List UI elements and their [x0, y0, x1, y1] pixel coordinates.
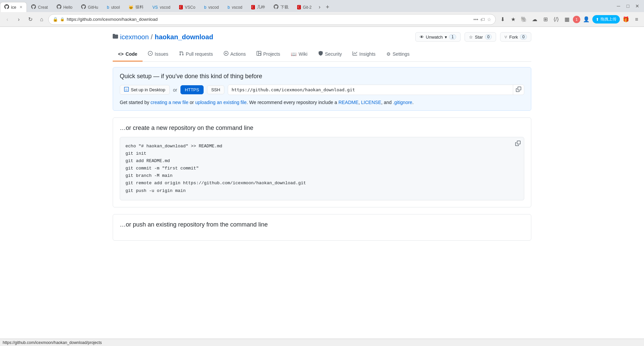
- repo-type-icon: [113, 34, 118, 40]
- uploading-file-link[interactable]: uploading an existing file: [195, 100, 247, 105]
- nav-wiki[interactable]: 📖 Wiki: [285, 47, 313, 61]
- tab-overflow-btn[interactable]: ›: [316, 2, 323, 12]
- special-action-btn[interactable]: ⬆ 拖拽上传: [592, 15, 620, 23]
- close-btn[interactable]: ✕: [633, 2, 641, 10]
- https-btn[interactable]: HTTPS: [180, 85, 204, 94]
- home-btn[interactable]: ⌂: [37, 15, 46, 24]
- nav-insights[interactable]: Insights: [347, 47, 381, 61]
- tab4-favicon: [81, 4, 86, 10]
- tab3-label: Hello: [63, 5, 72, 10]
- nav-actions-label: Actions: [230, 51, 246, 57]
- copy-url-btn[interactable]: [513, 85, 524, 95]
- creating-new-file-link[interactable]: creating a new file: [151, 100, 189, 105]
- repo-actions: 👁 Unwatch ▾ 1 ☆ Star 0 ⑂ Fork 0: [415, 32, 531, 42]
- url-display[interactable]: https://github.com/icexmoon/haokan_downl…: [67, 17, 471, 22]
- security-icon: 🔒: [53, 17, 58, 22]
- nav-actions[interactable]: Actions: [218, 47, 251, 61]
- wiki-nav-icon: 📖: [291, 51, 297, 57]
- extensions-btn[interactable]: ★: [508, 15, 518, 24]
- star-btn[interactable]: ☆ Star 0: [465, 32, 496, 42]
- tab-2[interactable]: Creat: [27, 2, 52, 12]
- nav-issues[interactable]: Issues: [143, 47, 173, 61]
- repo-header: icexmoon / haokan_download 👁 Unwatch ▾ 1…: [113, 27, 531, 47]
- tab-close-icon[interactable]: ✕: [19, 5, 22, 9]
- extra-btn2[interactable]: ▦: [562, 15, 572, 24]
- forward-btn[interactable]: ›: [14, 15, 23, 24]
- unwatch-btn[interactable]: 👁 Unwatch ▾ 1: [415, 32, 461, 42]
- unwatch-count: 1: [449, 34, 456, 40]
- menu-btn[interactable]: ≡: [632, 15, 641, 24]
- star-icon-btn: ☆: [469, 35, 473, 40]
- tab-8[interactable]: C VSCo: [175, 2, 200, 12]
- tab-5[interactable]: b utool: [103, 2, 124, 12]
- download-btn[interactable]: ⬇: [498, 15, 507, 24]
- desc-suffix: . We recommend every repository include …: [247, 100, 338, 105]
- fork-count: 0: [520, 34, 527, 40]
- nav-settings[interactable]: ⚙ Settings: [381, 47, 415, 61]
- nav-issues-label: Issues: [155, 51, 168, 57]
- security-nav-icon: [318, 51, 323, 57]
- tab9-favicon: b: [204, 5, 206, 10]
- minimize-btn[interactable]: ─: [614, 2, 623, 10]
- tab-3[interactable]: Hello: [52, 2, 77, 12]
- repo-name-link[interactable]: haokan_download: [155, 33, 213, 41]
- tab-11[interactable]: C 几种: [247, 2, 269, 12]
- tab13-favicon: C: [297, 5, 301, 9]
- repo-owner-link[interactable]: icexmoon: [120, 33, 149, 41]
- evernote-btn[interactable]: 🐘: [519, 15, 529, 24]
- tab11-label: 几种: [257, 4, 265, 10]
- extra-btn4[interactable]: 🎁: [621, 15, 631, 24]
- nav-projects-label: Projects: [263, 51, 280, 57]
- tab11-favicon: C: [251, 5, 255, 9]
- tab5-favicon: b: [107, 5, 109, 10]
- cmd-block: echo "# haokan_download" >> README.md gi…: [120, 137, 524, 200]
- maximize-btn[interactable]: □: [624, 2, 632, 10]
- tab-4[interactable]: GitHu: [77, 2, 103, 12]
- quick-setup-title: Quick setup — if you've done this kind o…: [120, 73, 524, 80]
- setup-desktop-btn[interactable]: Set up in Desktop: [120, 85, 170, 95]
- license-link[interactable]: LICENSE: [361, 100, 381, 105]
- extra-btn1[interactable]: ⟨/⟩: [551, 15, 561, 24]
- settings-nav-icon: ⚙: [386, 51, 391, 57]
- copy-cmd-btn[interactable]: [515, 141, 521, 148]
- ssh-btn[interactable]: SSH: [207, 85, 225, 94]
- setup-description: Get started by creating a new file or up…: [120, 100, 524, 105]
- tab-13[interactable]: C Git-2: [293, 2, 316, 12]
- tab-12[interactable]: 下载: [269, 2, 293, 12]
- profile-btn[interactable]: 👤: [582, 15, 591, 24]
- readme-link[interactable]: README: [338, 100, 359, 105]
- repo-url-input[interactable]: [228, 86, 513, 94]
- new-tab-btn[interactable]: +: [323, 2, 332, 12]
- nav-code[interactable]: <> Code: [113, 47, 143, 61]
- nav-code-label: Code: [125, 51, 137, 57]
- tab-label: ice: [11, 5, 16, 10]
- gitignore-link[interactable]: .gitignore: [393, 100, 413, 105]
- cloud-btn[interactable]: ☁: [530, 15, 539, 24]
- fork-btn[interactable]: ⑂ Fork 0: [500, 32, 531, 42]
- back-btn[interactable]: ‹: [3, 15, 12, 24]
- nav-insights-label: Insights: [359, 51, 375, 57]
- eye-icon: 👁: [420, 35, 424, 40]
- tab-9[interactable]: b vscod: [200, 2, 223, 12]
- nav-pullrequests[interactable]: Pull requests: [174, 47, 218, 61]
- refresh-btn[interactable]: ↻: [25, 15, 35, 24]
- tab-10[interactable]: b vscod: [223, 2, 247, 12]
- nav-pr-label: Pull requests: [186, 51, 213, 57]
- tab3-favicon: [57, 4, 61, 10]
- tab-7[interactable]: VS vscod: [148, 2, 174, 12]
- bookmark-icon[interactable]: 🏷: [480, 17, 485, 22]
- tab5-label: utool: [111, 5, 120, 10]
- push-section: …or push an existing repository from the…: [113, 214, 531, 241]
- extra-btn3[interactable]: 1: [573, 16, 580, 23]
- desktop-icon: [124, 87, 129, 93]
- addr-menu-icon[interactable]: •••: [473, 17, 478, 22]
- star-icon[interactable]: ☆: [487, 17, 491, 22]
- tab-6[interactable]: 🐱 猿料: [124, 2, 148, 12]
- nav-security[interactable]: Security: [313, 47, 347, 61]
- desc-prefix: Get started by: [120, 100, 151, 105]
- nav-projects[interactable]: Projects: [251, 47, 286, 61]
- tab-active[interactable]: ice ✕: [0, 2, 27, 12]
- qr-btn[interactable]: ⊞: [541, 15, 550, 24]
- unwatch-label: Unwatch: [426, 35, 443, 40]
- issues-nav-icon: [148, 51, 153, 57]
